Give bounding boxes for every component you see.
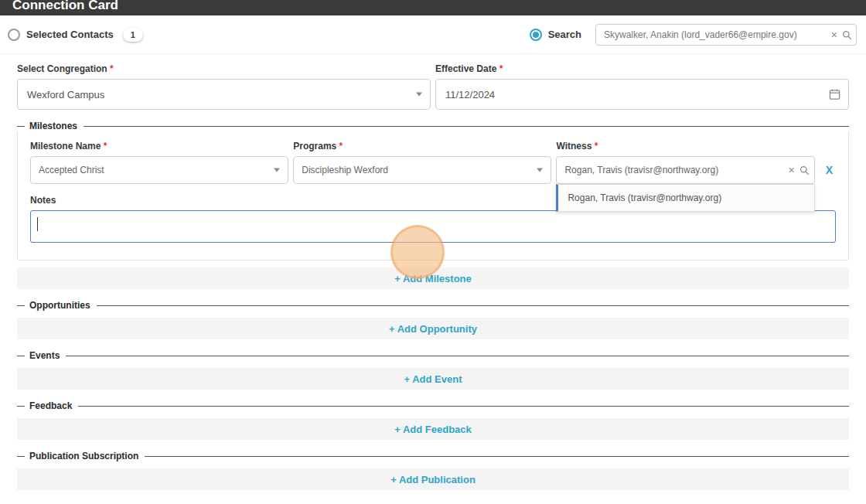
milestones-legend: Milestones (29, 121, 77, 131)
contact-selection-bar: Selected Contacts 1 Search × (0, 15, 866, 54)
search-label: Search (548, 29, 581, 40)
effective-date-label: Effective Date * (435, 63, 849, 74)
publication-section-header: Publication Subscription (17, 451, 849, 461)
witness-suggestion-item[interactable]: Rogan, Travis (travisr@northway.org) (556, 184, 814, 212)
events-legend: Events (29, 350, 60, 361)
add-event-button[interactable]: + Add Event (17, 368, 849, 390)
remove-milestone-button[interactable]: X (820, 156, 836, 184)
calendar-icon[interactable] (829, 89, 840, 100)
add-milestone-button[interactable]: + Add Milestone (17, 267, 849, 289)
text-caret (37, 217, 38, 231)
events-section-header: Events (17, 350, 849, 361)
chevron-down-icon (274, 169, 280, 172)
milestone-name-label: Milestone Name * (30, 141, 288, 152)
opportunities-legend: Opportunities (29, 300, 90, 311)
search-icon[interactable] (800, 165, 810, 175)
required-marker: * (104, 141, 107, 152)
chevron-down-icon (416, 93, 422, 97)
selected-contacts-label: Selected Contacts (26, 29, 114, 40)
page-title: Connection Card (0, 0, 866, 13)
witness-label: Witness * (556, 141, 814, 152)
required-marker: * (110, 63, 114, 74)
congregation-label: Select Congregation * (17, 63, 431, 74)
required-marker: * (595, 141, 598, 152)
opportunities-section-header: Opportunities (17, 300, 849, 311)
add-publication-button[interactable]: + Add Publication (17, 468, 849, 490)
selected-contacts-option[interactable]: Selected Contacts 1 (8, 28, 143, 42)
connection-card-page: Connection Card Selected Contacts 1 Sear… (0, 0, 866, 504)
milestones-section-header: Milestones (17, 121, 849, 131)
search-icon[interactable] (842, 29, 852, 39)
required-marker: * (499, 63, 503, 74)
programs-select[interactable]: Discipleship Wexford (293, 156, 551, 184)
search-option[interactable]: Search × (530, 24, 857, 46)
chevron-down-icon (537, 169, 543, 172)
effective-date-input[interactable]: 11/12/2024 (435, 79, 849, 110)
contact-search-field: × (595, 24, 857, 46)
selected-contacts-radio[interactable] (8, 29, 20, 41)
publication-legend: Publication Subscription (29, 451, 138, 461)
selected-contacts-count-badge: 1 (123, 28, 143, 42)
feedback-section-header: Feedback (17, 400, 849, 411)
search-radio[interactable] (530, 29, 542, 41)
feedback-legend: Feedback (29, 400, 72, 411)
witness-search-input[interactable]: Rogan, Travis (travisr@northway.org) × (556, 156, 814, 184)
page-header: Connection Card (0, 0, 866, 15)
milestone-entry: Milestone Name * Accepted Christ Program… (17, 131, 849, 261)
programs-label: Programs * (293, 141, 551, 152)
contact-search-input[interactable] (595, 24, 857, 46)
milestone-name-select[interactable]: Accepted Christ (30, 156, 288, 184)
clear-icon[interactable]: × (831, 29, 837, 40)
add-opportunity-button[interactable]: + Add Opportunity (17, 318, 849, 339)
add-feedback-button[interactable]: + Add Feedback (17, 418, 849, 440)
clear-icon[interactable]: × (788, 165, 794, 175)
form-body: Select Congregation * Wexford Campus Eff… (0, 63, 866, 490)
notes-textarea[interactable] (30, 210, 836, 243)
required-marker: * (339, 141, 343, 152)
congregation-select[interactable]: Wexford Campus (17, 79, 431, 110)
